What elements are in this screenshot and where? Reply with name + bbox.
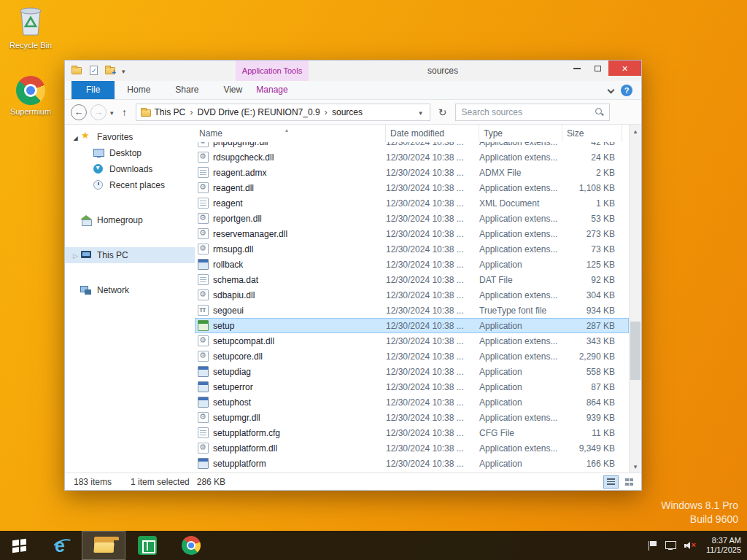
history-dropdown-icon[interactable] xyxy=(110,107,114,117)
file-type: XML Document xyxy=(479,198,562,209)
file-row[interactable]: schema.dat12/30/2024 10:38 ...DAT File92… xyxy=(195,272,629,287)
ribbon-collapse-icon[interactable] xyxy=(608,87,615,94)
taskbar-clock[interactable]: 8:37 AM 11/1/2025 xyxy=(706,536,741,555)
file-row[interactable]: reagent.dll12/30/2024 10:38 ...Applicati… xyxy=(195,180,629,195)
file-row[interactable]: setuperror12/30/2024 10:38 ...Applicatio… xyxy=(195,379,629,394)
file-dll-icon xyxy=(198,152,209,163)
breadcrumb-this-pc[interactable]: This PC xyxy=(151,107,190,117)
file-row[interactable]: rollback12/30/2024 10:38 ...Application1… xyxy=(195,257,629,272)
scrollbar-thumb[interactable] xyxy=(630,322,640,380)
file-size: 1 KB xyxy=(562,198,622,209)
expander-icon[interactable] xyxy=(71,250,80,260)
taskbar-supermium-button[interactable] xyxy=(169,531,213,560)
window-system-icon[interactable] xyxy=(71,65,83,77)
address-dropdown-icon[interactable] xyxy=(415,107,427,117)
network-tray-icon[interactable] xyxy=(665,541,676,550)
desktop-icon-recycle-bin[interactable]: Recycle Bin xyxy=(4,4,57,50)
file-size: 939 KB xyxy=(562,413,622,423)
qat-properties-icon[interactable] xyxy=(88,65,100,77)
file-row[interactable]: reportgen.dll12/30/2024 10:38 ...Applica… xyxy=(195,211,629,226)
file-name: setupdiag xyxy=(213,367,251,377)
titlebar: Application Tools sources xyxy=(65,61,641,81)
refresh-icon[interactable] xyxy=(434,104,452,121)
file-name-cell: setupplatform xyxy=(195,458,386,469)
file-row[interactable]: reagent.admx12/30/2024 10:38 ...ADMX Fil… xyxy=(195,165,629,180)
file-row[interactable]: reagent12/30/2024 10:38 ...XML Document1… xyxy=(195,195,629,211)
qat-new-folder-icon[interactable] xyxy=(105,65,117,77)
volume-muted-icon[interactable] xyxy=(684,541,696,551)
file-row[interactable]: setupdiag12/30/2024 10:38 ...Application… xyxy=(195,364,629,379)
system-tray: 8:37 AM 11/1/2025 xyxy=(648,531,747,560)
file-size: 166 KB xyxy=(562,459,622,469)
address-folder-icon xyxy=(141,109,151,117)
taskbar-internet-explorer-button[interactable] xyxy=(38,531,82,560)
sidebar-item-network[interactable]: Network xyxy=(65,282,195,298)
qat-customize-icon[interactable] xyxy=(122,66,125,76)
file-size: 864 KB xyxy=(562,397,622,408)
taskbar-green-app-button[interactable] xyxy=(125,531,169,560)
file-row[interactable]: reservemanager.dll12/30/2024 10:38 ...Ap… xyxy=(195,226,629,241)
tab-file[interactable]: File xyxy=(71,81,115,99)
scroll-up-icon[interactable] xyxy=(630,125,641,137)
file-row[interactable]: setupmgr.dll12/30/2024 10:38 ...Applicat… xyxy=(195,410,629,425)
sidebar-item-this-pc[interactable]: This PC xyxy=(65,247,195,263)
sidebar-item-label: This PC xyxy=(97,250,128,260)
breadcrumb-sources[interactable]: sources xyxy=(328,107,366,117)
up-button[interactable] xyxy=(117,106,132,118)
search-input[interactable] xyxy=(456,107,595,117)
file-row[interactable]: setupcore.dll12/30/2024 10:38 ...Applica… xyxy=(195,349,629,364)
file-row[interactable]: setupplatform.cfg12/30/2024 10:38 ...CFG… xyxy=(195,425,629,440)
help-icon[interactable] xyxy=(621,85,632,96)
clock-time: 8:37 AM xyxy=(706,536,741,545)
sidebar-item-recent-places[interactable]: Recent places xyxy=(65,177,195,193)
column-header-type[interactable]: Type xyxy=(479,125,562,142)
sidebar-item-favorites[interactable]: Favorites xyxy=(65,129,195,145)
file-name: rollback xyxy=(213,260,243,270)
file-row[interactable]: segoeui12/30/2024 10:38 ...TrueType font… xyxy=(195,303,629,318)
file-size: 343 KB xyxy=(562,336,622,346)
sidebar-item-downloads[interactable]: Downloads xyxy=(65,161,195,177)
file-name-cell: setupplatform.cfg xyxy=(195,427,386,438)
file-name-cell: rmsupg.dll xyxy=(195,244,386,254)
back-button[interactable] xyxy=(71,104,87,120)
taskbar-file-explorer-button[interactable] xyxy=(82,531,125,560)
column-header-date-modified[interactable]: Date modified xyxy=(386,125,479,142)
column-header-size[interactable]: Size xyxy=(562,125,622,142)
file-row[interactable]: setup12/30/2024 10:38 ...Application287 … xyxy=(195,318,629,333)
tab-share[interactable]: Share xyxy=(163,81,211,99)
desktop-icon-supermium[interactable]: Supermium xyxy=(4,76,57,116)
file-date: 12/30/2024 10:38 ... xyxy=(386,428,479,438)
file-row[interactable]: rdsupgcheck.dll12/30/2024 10:38 ...Appli… xyxy=(195,149,629,165)
column-header-name[interactable]: Name xyxy=(195,125,386,142)
file-row[interactable]: setupplatform.dll12/30/2024 10:38 ...App… xyxy=(195,440,629,456)
large-icons-view-button[interactable] xyxy=(622,475,637,489)
start-button[interactable] xyxy=(0,531,38,560)
file-name: setupplatform xyxy=(213,459,266,469)
details-view-button[interactable] xyxy=(603,475,619,489)
file-row[interactable]: sdbapiu.dll12/30/2024 10:38 ...Applicati… xyxy=(195,287,629,303)
action-center-flag-icon[interactable] xyxy=(648,541,657,551)
address-field[interactable]: This PC DVD Drive (E:) REUNION7_0.9 sour… xyxy=(136,104,430,121)
file-explorer-icon xyxy=(94,539,114,553)
file-row[interactable]: setupplatform12/30/2024 10:38 ...Applica… xyxy=(195,456,629,471)
close-button[interactable] xyxy=(608,61,641,76)
explorer-window: Application Tools sources File Home Shar… xyxy=(64,60,642,491)
tab-manage[interactable]: Manage xyxy=(236,81,309,99)
file-row[interactable]: rmsupg.dll12/30/2024 10:38 ...Applicatio… xyxy=(195,241,629,257)
tab-home[interactable]: Home xyxy=(115,81,163,99)
sidebar-item-desktop[interactable]: Desktop xyxy=(65,145,195,161)
file-row[interactable]: setuphost12/30/2024 10:38 ...Application… xyxy=(195,394,629,410)
sidebar-item-homegroup[interactable]: Homegroup xyxy=(65,212,195,228)
breadcrumb-dvd-drive[interactable]: DVD Drive (E:) REUNION7_0.9 xyxy=(194,107,324,117)
expander-icon[interactable] xyxy=(71,132,80,142)
vertical-scrollbar[interactable] xyxy=(629,125,641,472)
status-selection: 1 item selected xyxy=(131,477,190,487)
scroll-down-icon[interactable] xyxy=(630,460,641,472)
file-row[interactable]: setupcompat.dll12/30/2024 10:38 ...Appli… xyxy=(195,333,629,349)
forward-button[interactable] xyxy=(90,104,107,120)
file-row[interactable]: pnpupgmgr.dll12/30/2024 10:38 ...Applica… xyxy=(195,142,629,149)
file-date: 12/30/2024 10:38 ... xyxy=(386,336,479,346)
maximize-button[interactable] xyxy=(587,61,608,76)
minimize-button[interactable] xyxy=(566,61,587,76)
file-date: 12/30/2024 10:38 ... xyxy=(386,397,479,408)
